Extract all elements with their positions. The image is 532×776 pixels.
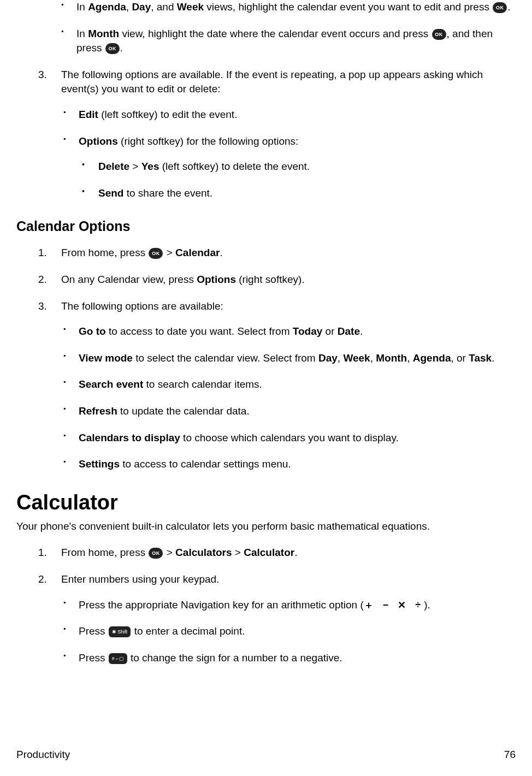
arithmetic-icons: ＋ − ✕ ÷	[364, 599, 424, 612]
text: Press	[79, 652, 108, 664]
bold: Options	[79, 135, 118, 147]
text: .	[220, 247, 222, 258]
bold: Month	[376, 352, 407, 364]
step-3: The following options are available: Go …	[38, 299, 516, 472]
text: to access to date you want. Select from	[106, 325, 293, 337]
text: (right softkey) for the following option…	[118, 135, 299, 147]
list-item: Send to share the event.	[79, 186, 516, 201]
bold: Calendar	[175, 247, 220, 258]
text: >	[163, 247, 175, 258]
list-item: Calendars to display to choose which cal…	[61, 431, 516, 446]
bold: Week	[177, 1, 204, 13]
step-2: On any Calendar view, press Options (rig…	[38, 273, 516, 287]
bold: Refresh	[79, 405, 117, 417]
bold: Options	[197, 274, 236, 285]
text: to choose which calendars you want to di…	[180, 432, 399, 443]
text: >	[232, 547, 244, 558]
text: >	[129, 161, 141, 172]
text: (right softkey).	[236, 274, 305, 285]
bold: Go to	[79, 325, 106, 337]
text: From home, press	[61, 547, 148, 558]
text: , or	[451, 352, 469, 364]
calculator-steps: From home, press OK > Calculators > Calc…	[38, 546, 516, 665]
list-item: Press ✱ Shift to enter a decimal point.	[61, 624, 516, 639]
text: to update the calendar data.	[117, 405, 250, 417]
keypad-instructions: Press the appropriate Navigation key for…	[61, 598, 516, 666]
text: The following options are available. If …	[61, 69, 483, 95]
step-1: From home, press OK > Calculators > Calc…	[38, 546, 516, 560]
list-item: View mode to select the calendar view. S…	[61, 351, 516, 366]
text: In	[76, 1, 88, 13]
edit-event-sublist: In Agenda, Day, and Week views, highligh…	[59, 0, 516, 56]
text: Enter numbers using your keypad.	[61, 573, 219, 585]
list-item: Go to to access to date you want. Select…	[61, 324, 516, 339]
text: ,	[338, 352, 344, 364]
bold: Edit	[79, 109, 98, 120]
calculator-subtext: Your phone's convenient built-in calcula…	[16, 519, 516, 534]
text: to search calendar items.	[143, 378, 262, 390]
bold: Settings	[79, 458, 120, 470]
step-1: From home, press OK > Calendar.	[38, 246, 516, 260]
calculator-heading: Calculator	[16, 488, 516, 517]
bold: View mode	[79, 352, 133, 364]
text: .	[492, 352, 494, 364]
bold: Yes	[141, 161, 159, 172]
bold: Delete	[98, 161, 129, 172]
step-3: The following options are available. If …	[38, 68, 516, 201]
ok-icon: OK	[432, 29, 446, 40]
ok-icon: OK	[493, 2, 507, 13]
text: or	[322, 325, 337, 337]
bold: Calculators	[175, 547, 232, 558]
bold: Day	[318, 352, 338, 364]
page-footer: Productivity 76	[16, 748, 516, 762]
list-item: Delete > Yes (left softkey) to delete th…	[79, 159, 516, 174]
bold: Day	[132, 1, 151, 13]
text: to enter a decimal point.	[131, 625, 245, 637]
bold: Today	[293, 325, 323, 337]
text: to share the event.	[123, 187, 212, 199]
bold: Week	[343, 352, 370, 364]
text: In	[76, 28, 88, 39]
text: ,	[126, 1, 132, 13]
bold: Agenda	[413, 352, 451, 364]
list-item: Press # ⌐▢ to change the sign for a numb…	[61, 651, 516, 666]
list-item: In Agenda, Day, and Week views, highligh…	[59, 0, 516, 15]
text: view, highlight the date where the calen…	[119, 28, 431, 39]
list-item: Press the appropriate Navigation key for…	[61, 598, 516, 613]
list-item: Search event to search calendar items.	[61, 377, 516, 392]
calendar-options-steps: From home, press OK > Calendar. On any C…	[38, 246, 516, 471]
list-item: Options (right softkey) for the followin…	[61, 134, 516, 201]
text: .	[360, 325, 363, 337]
text: views, highlight the calendar event you …	[204, 1, 492, 13]
text: ).	[424, 599, 430, 611]
bold: Agenda	[88, 1, 126, 13]
bold: Month	[88, 28, 119, 39]
text: (left softkey) to edit the event.	[98, 109, 238, 120]
pound-key-icon: # ⌐▢	[109, 653, 127, 664]
list-item: Settings to access to calendar settings …	[61, 457, 516, 472]
list-item: In Month view, highlight the date where …	[59, 27, 516, 56]
text: .	[507, 1, 510, 13]
bold: Search event	[79, 378, 143, 390]
text: to select the calendar view. Select from	[133, 352, 318, 364]
bold: Date	[338, 325, 360, 337]
bold: Calendars to display	[79, 432, 180, 443]
footer-section: Productivity	[16, 748, 70, 762]
text: Press the appropriate Navigation key for…	[79, 599, 364, 611]
list-item: Refresh to update the calendar data.	[61, 404, 516, 419]
text: .	[120, 42, 123, 54]
text: On any Calendar view, press	[61, 274, 197, 285]
bold: Calculator	[244, 547, 294, 558]
text: Press	[79, 625, 108, 637]
step-2: Enter numbers using your keypad. Press t…	[38, 572, 516, 665]
ok-icon: OK	[149, 248, 163, 259]
text: ,	[370, 352, 376, 364]
step-list: The following options are available. If …	[38, 68, 516, 201]
text: (left softkey) to delete the event.	[159, 161, 310, 172]
list-item: Edit (left softkey) to edit the event.	[61, 108, 516, 122]
shift-key-icon: ✱ Shift	[109, 626, 131, 637]
text: , and	[151, 1, 177, 13]
page-number: 76	[504, 748, 516, 762]
text: From home, press	[61, 247, 148, 258]
text: to change the sign for a number to a neg…	[128, 652, 342, 664]
